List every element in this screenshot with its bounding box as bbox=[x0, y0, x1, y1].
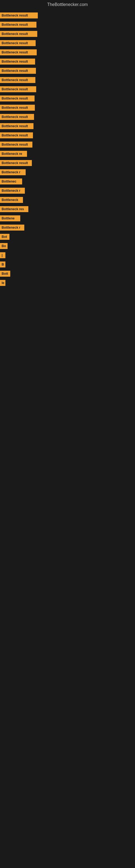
bar-row: Bottleneck result bbox=[0, 20, 135, 29]
bar-label: Bottleneck result bbox=[0, 68, 36, 74]
bar-label: Bottleneck result bbox=[0, 95, 35, 101]
bar-label: Bottleneck result bbox=[0, 123, 34, 129]
bar-label: Bottlenec bbox=[0, 179, 22, 184]
bar-row: Bottleneck result bbox=[0, 66, 135, 75]
bar-row: le bbox=[0, 278, 135, 287]
bar-row: Bottleneck result bbox=[0, 11, 135, 20]
bar-label: Bot bbox=[0, 234, 9, 240]
bar-row: Bottleneck result bbox=[0, 122, 135, 131]
bar-row: Bottlene bbox=[0, 214, 135, 223]
bar-row: Bottleneck result bbox=[0, 103, 135, 112]
bars-container: Bottleneck resultBottleneck resultBottle… bbox=[0, 8, 135, 287]
bar-row: Bottleneck r bbox=[0, 167, 135, 177]
bar-label: Bottleneck result bbox=[0, 160, 32, 166]
bar-row: Bottleneck result bbox=[0, 140, 135, 149]
bar-label: Bottleneck result bbox=[0, 12, 38, 19]
bar-label: Bottleneck re bbox=[0, 151, 27, 157]
bar-row: Bottleneck result bbox=[0, 94, 135, 103]
bar-label: Bottleneck result bbox=[0, 31, 37, 37]
bar-row: Bottleneck result bbox=[0, 112, 135, 122]
bar-label: Bottleneck result bbox=[0, 50, 37, 55]
bar-row: Bottleneck result bbox=[0, 131, 135, 140]
bar-label: Bottleneck r bbox=[0, 169, 26, 175]
bar-label: Bottleneck r bbox=[0, 225, 24, 230]
bar-label: Bottleneck result bbox=[0, 40, 36, 46]
bar-row: Bottleneck bbox=[0, 195, 135, 205]
bar-row: | bbox=[0, 251, 135, 260]
bar-row: B bbox=[0, 260, 135, 269]
bar-row: Bottleneck result bbox=[0, 158, 135, 167]
site-title: TheBottlenecker.com bbox=[0, 0, 135, 8]
bar-label: le bbox=[0, 280, 5, 286]
bar-row: Bott bbox=[0, 269, 135, 278]
bar-label: | bbox=[0, 252, 5, 258]
bar-label: Bottleneck result bbox=[0, 142, 32, 148]
bar-row: Bottleneck result bbox=[0, 75, 135, 85]
bar-row: Bottleneck result bbox=[0, 85, 135, 94]
bar-row: Bottleneck result bbox=[0, 29, 135, 38]
bar-label: Bo bbox=[0, 243, 8, 249]
bar-label: Bottleneck result bbox=[0, 22, 37, 28]
bar-label: B bbox=[0, 261, 5, 268]
site-title-bar: TheBottlenecker.com bbox=[0, 0, 135, 8]
bar-row: Bottleneck result bbox=[0, 48, 135, 57]
bar-label: Bottleneck result bbox=[0, 77, 35, 83]
bar-row: Bottleneck re bbox=[0, 149, 135, 158]
bar-row: Bo bbox=[0, 241, 135, 251]
bar-row: Bottleneck res bbox=[0, 205, 135, 214]
bar-label: Bottleneck r bbox=[0, 188, 25, 194]
bar-label: Bottleneck result bbox=[0, 59, 35, 65]
bar-row: Bottlenec bbox=[0, 177, 135, 186]
bar-label: Bottleneck result bbox=[0, 132, 33, 138]
bar-label: Bottleneck bbox=[0, 197, 23, 203]
bar-label: Bottleneck res bbox=[0, 206, 28, 212]
bar-label: Bottleneck result bbox=[0, 114, 34, 120]
bar-label: Bott bbox=[0, 271, 10, 277]
bar-row: Bottleneck r bbox=[0, 223, 135, 232]
bar-label: Bottleneck result bbox=[0, 86, 36, 92]
bar-label: Bottleneck result bbox=[0, 105, 35, 111]
bar-row: Bot bbox=[0, 232, 135, 241]
bar-row: Bottleneck result bbox=[0, 57, 135, 66]
bar-row: Bottleneck r bbox=[0, 186, 135, 195]
bar-row: Bottleneck result bbox=[0, 38, 135, 48]
bar-label: Bottlene bbox=[0, 215, 20, 221]
